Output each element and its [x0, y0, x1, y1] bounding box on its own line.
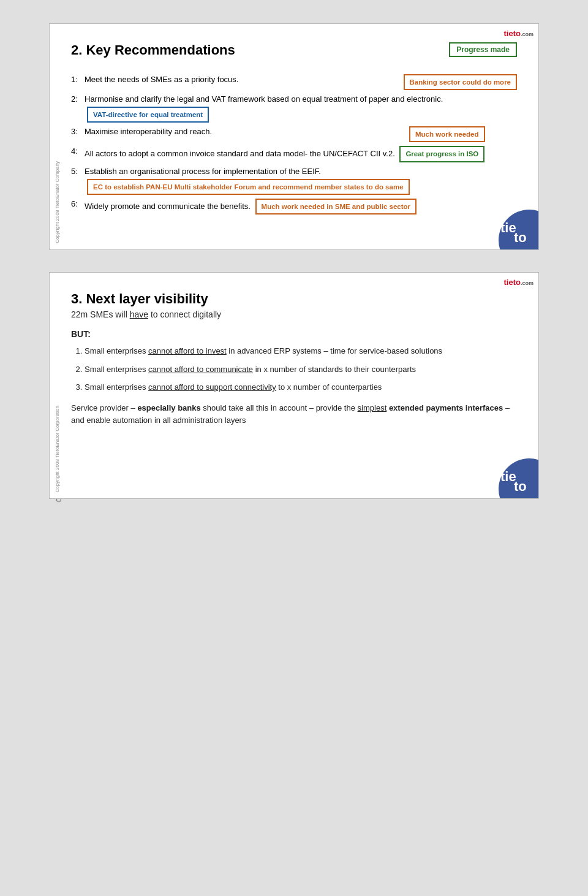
- rec-num-3: 3:: [71, 126, 85, 137]
- slide2-title: 3. Next layer visibility: [71, 291, 517, 307]
- progress-made-badge: Progress made: [449, 42, 517, 57]
- tieto-swoosh-2: tie to: [489, 449, 538, 498]
- tieto-swoosh-1: tie to: [489, 200, 538, 249]
- list-item-3: Small enterprises cannot afford to suppo…: [85, 381, 517, 393]
- slide2-copyright: Copyright 2008 TietoEnator Corporation: [55, 406, 60, 492]
- badge-5: EC to establish PAN-EU Multi stakeholder…: [87, 179, 410, 195]
- rec-item-6: 6: Widely promote and communicate the be…: [71, 199, 517, 215]
- tieto-logo-2: tieto.com: [504, 278, 533, 287]
- rec-text-1: Meet the needs of SMEs as a priority foc…: [85, 74, 395, 85]
- slide1-header: 2. Key Recommendations Progress made: [71, 42, 517, 68]
- rec-item-1: 1: Meet the needs of SMEs as a priority …: [71, 74, 517, 90]
- rec-num-1: 1:: [71, 74, 85, 85]
- rec-item-3: 3: Maximise interoperability and reach. …: [71, 126, 517, 142]
- service-provider-text: Service provider – especially banks shou…: [71, 402, 517, 427]
- rec-text-4: All actors to adopt a common invoice sta…: [85, 146, 517, 162]
- but-label: BUT:: [71, 329, 517, 339]
- rec-num-4: 4:: [71, 146, 85, 157]
- badge-1: Banking sector could do more: [404, 74, 518, 90]
- slide1-copyright: Copyright 2008 TietoEnator Company: [55, 161, 60, 243]
- slide1-title: 2. Key Recommendations: [71, 42, 235, 58]
- slide2-subtitle: 22m SMEs will have to connect digitally: [71, 309, 517, 319]
- tieto-com-1: .com: [521, 31, 533, 37]
- svg-text:to: to: [514, 230, 527, 245]
- list-item-2: Small enterprises cannot afford to commu…: [85, 363, 517, 376]
- rec-text-3: Maximise interoperability and reach.: [85, 126, 401, 137]
- tieto-com-2: .com: [521, 280, 533, 286]
- rec-text-6: Widely promote and communicate the benef…: [85, 199, 517, 215]
- rec-num-6: 6:: [71, 199, 85, 210]
- badge-2: VAT-directive for equal treatment: [87, 107, 209, 123]
- rec-item-5: 5: Establish an organisational process f…: [71, 166, 517, 195]
- tieto-logo-text-2: tieto: [504, 278, 521, 287]
- badge-4: Great progress in ISO: [399, 146, 484, 162]
- rec-num-5: 5:: [71, 166, 85, 177]
- rec-text-2: Harmonise and clarify the legal and VAT …: [85, 94, 517, 123]
- list-item-1: Small enterprises cannot afford to inves…: [85, 345, 517, 357]
- rec-text-5: Establish an organisational process for …: [85, 166, 517, 195]
- slide-1: tieto.com 2. Key Recommendations Progres…: [49, 23, 539, 250]
- slide2-list: Small enterprises cannot afford to inves…: [71, 345, 517, 393]
- tieto-logo-text-1: tieto: [504, 29, 521, 38]
- tieto-logo-1: tieto.com: [504, 29, 533, 38]
- rec-num-2: 2:: [71, 94, 85, 105]
- svg-text:to: to: [514, 479, 527, 494]
- badge-6: Much work needed in SME and public secto…: [255, 199, 417, 215]
- badge-3: Much work needed: [409, 126, 485, 142]
- rec-item-2: 2: Harmonise and clarify the legal and V…: [71, 94, 517, 123]
- rec-item-4: 4: All actors to adopt a common invoice …: [71, 146, 517, 162]
- slide-2: tieto.com 3. Next layer visibility 22m S…: [49, 272, 539, 499]
